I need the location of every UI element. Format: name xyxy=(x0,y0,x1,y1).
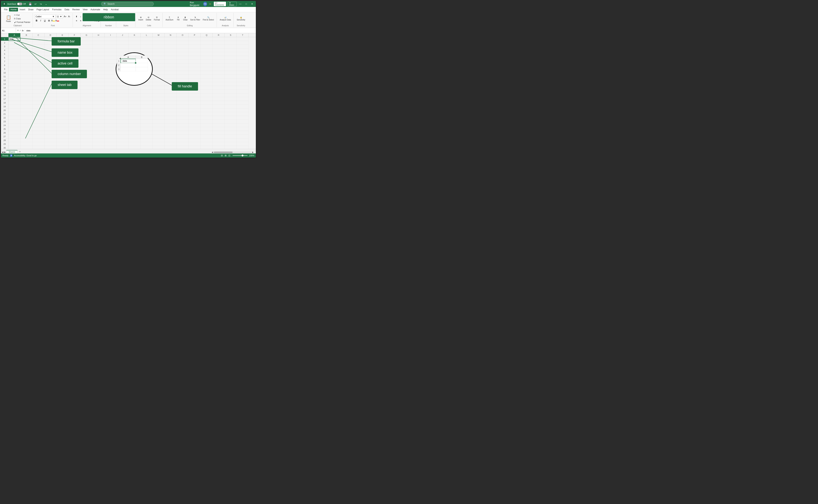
row-number-14[interactable]: 14 xyxy=(1,86,8,90)
cell-J24[interactable] xyxy=(117,123,129,127)
cell-A9[interactable] xyxy=(8,67,20,71)
cell-D4[interactable] xyxy=(44,48,56,52)
cell-G21[interactable] xyxy=(80,112,92,116)
cell-R8[interactable] xyxy=(213,63,225,67)
cell-L12[interactable] xyxy=(141,78,153,82)
cell-N7[interactable] xyxy=(165,60,177,63)
cell-P26[interactable] xyxy=(189,131,201,135)
cell-O24[interactable] xyxy=(177,123,189,127)
cell-N4[interactable] xyxy=(165,48,177,52)
row-number-11[interactable]: 11 xyxy=(1,75,8,78)
cell-G19[interactable] xyxy=(80,105,92,108)
cell-R22[interactable] xyxy=(213,116,225,120)
cell-B16[interactable] xyxy=(20,93,32,97)
cell-O28[interactable] xyxy=(177,138,189,142)
cell-D21[interactable] xyxy=(44,112,56,116)
cell-A16[interactable] xyxy=(8,93,20,97)
cell-N10[interactable] xyxy=(165,71,177,75)
cell-S8[interactable] xyxy=(225,63,237,67)
cell-T5[interactable] xyxy=(237,52,249,56)
cell-T9[interactable] xyxy=(237,67,249,71)
cell-I13[interactable] xyxy=(105,82,117,86)
cell-F8[interactable] xyxy=(68,63,80,67)
cell-H23[interactable] xyxy=(92,120,105,123)
cell-T8[interactable] xyxy=(237,63,249,67)
cell-O19[interactable] xyxy=(177,105,189,108)
row-number-4[interactable]: 4 xyxy=(1,48,8,52)
cell-T15[interactable] xyxy=(237,90,249,93)
cell-L20[interactable] xyxy=(141,108,153,112)
cell-I25[interactable] xyxy=(105,127,117,131)
cell-N26[interactable] xyxy=(165,131,177,135)
analyze-data-button[interactable]: 📊 Analyze Data xyxy=(219,13,232,24)
cell-P1[interactable] xyxy=(189,37,201,41)
cell-E17[interactable] xyxy=(56,97,68,101)
cell-B17[interactable] xyxy=(20,97,32,101)
cell-F12[interactable] xyxy=(68,78,80,82)
cell-S17[interactable] xyxy=(225,97,237,101)
cell-P25[interactable] xyxy=(189,127,201,131)
cell-D27[interactable] xyxy=(44,135,56,138)
formula-confirm-icon[interactable]: ✓ xyxy=(20,29,21,32)
cell-D18[interactable] xyxy=(44,101,56,105)
cell-R3[interactable] xyxy=(213,45,225,48)
cell-K26[interactable] xyxy=(129,131,141,135)
cell-K29[interactable] xyxy=(129,142,141,146)
cell-M4[interactable] xyxy=(153,48,165,52)
cell-N28[interactable] xyxy=(165,138,177,142)
cell-J19[interactable] xyxy=(117,105,129,108)
cell-C28[interactable] xyxy=(32,138,44,142)
cell-M3[interactable] xyxy=(153,45,165,48)
cell-C20[interactable] xyxy=(32,108,44,112)
bold-button[interactable]: B xyxy=(35,19,38,23)
cell-P28[interactable] xyxy=(189,138,201,142)
cell-D8[interactable] xyxy=(44,63,56,67)
cell-H12[interactable] xyxy=(92,78,105,82)
cell-A1[interactable]: data xyxy=(8,37,20,41)
cell-I3[interactable] xyxy=(105,45,117,48)
cell-T16[interactable] xyxy=(237,93,249,97)
cell-F13[interactable] xyxy=(68,82,80,86)
cell-S6[interactable] xyxy=(225,56,237,60)
cell-E28[interactable] xyxy=(56,138,68,142)
cell-Q25[interactable] xyxy=(201,127,213,131)
cell-S30[interactable] xyxy=(225,146,237,149)
cell-T1[interactable] xyxy=(237,37,249,41)
cell-J4[interactable] xyxy=(117,48,129,52)
cell-C25[interactable] xyxy=(32,127,44,131)
cell-K8[interactable] xyxy=(129,63,141,67)
cell-A5[interactable] xyxy=(8,52,20,56)
cell-L30[interactable] xyxy=(141,146,153,149)
cell-R26[interactable] xyxy=(213,131,225,135)
cell-E12[interactable] xyxy=(56,78,68,82)
cell-I19[interactable] xyxy=(105,105,117,108)
cell-H6[interactable] xyxy=(92,56,105,60)
cell-S29[interactable] xyxy=(225,142,237,146)
cell-N11[interactable] xyxy=(165,75,177,78)
cell-T2[interactable] xyxy=(237,41,249,45)
cell-L7[interactable] xyxy=(141,60,153,63)
cell-A8[interactable] xyxy=(8,63,20,67)
cell-J23[interactable] xyxy=(117,120,129,123)
cell-H28[interactable] xyxy=(92,138,105,142)
cell-N8[interactable] xyxy=(165,63,177,67)
cell-J21[interactable] xyxy=(117,112,129,116)
cell-F10[interactable] xyxy=(68,71,80,75)
cell-Q26[interactable] xyxy=(201,131,213,135)
cell-F24[interactable] xyxy=(68,123,80,127)
row-number-28[interactable]: 28 xyxy=(1,138,8,142)
cell-P22[interactable] xyxy=(189,116,201,120)
cell-M27[interactable] xyxy=(153,135,165,138)
cell-B2[interactable] xyxy=(20,41,32,45)
cell-C21[interactable] xyxy=(32,112,44,116)
cell-L24[interactable] xyxy=(141,123,153,127)
cell-I6[interactable] xyxy=(105,56,117,60)
name-box[interactable]: A1 xyxy=(1,28,16,33)
cell-G24[interactable] xyxy=(80,123,92,127)
cell-O15[interactable] xyxy=(177,90,189,93)
cell-O22[interactable] xyxy=(177,116,189,120)
cell-D2[interactable] xyxy=(44,41,56,45)
cell-F25[interactable] xyxy=(68,127,80,131)
cell-R1[interactable] xyxy=(213,37,225,41)
cell-O16[interactable] xyxy=(177,93,189,97)
